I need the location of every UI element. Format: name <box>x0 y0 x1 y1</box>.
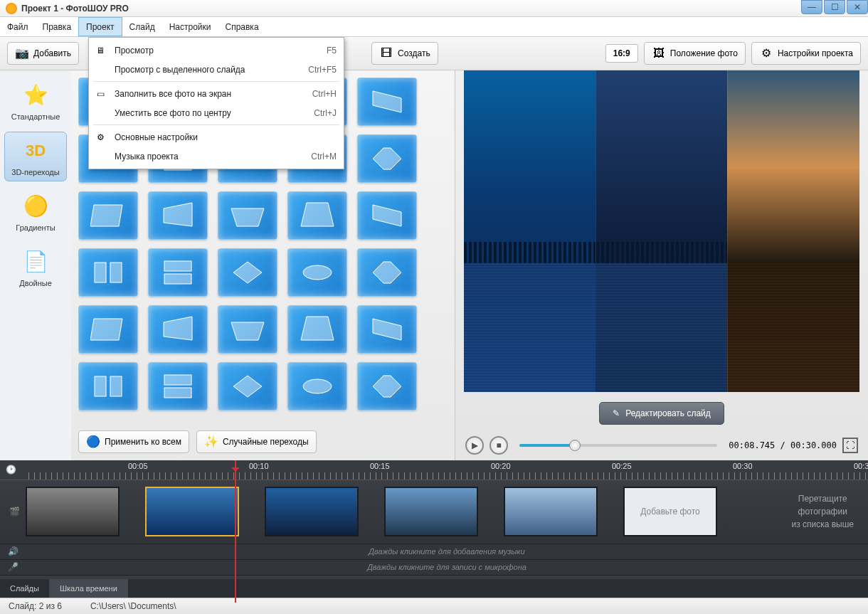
transition-badge[interactable]: ↻2.0 <box>118 498 120 528</box>
notes-icon: 📄 <box>21 248 50 276</box>
svg-marker-23 <box>373 262 401 283</box>
tab-timeline[interactable]: Шкала времени <box>50 579 128 597</box>
dd-main-settings[interactable]: ⚙ Основные настройки <box>89 127 344 147</box>
speaker-icon: 🔊 <box>0 546 26 556</box>
timeline-clip[interactable]: ↻2.0 <box>504 487 598 536</box>
fullscreen-button[interactable]: ⛶ <box>842 438 858 453</box>
create-button[interactable]: 🎞 Создать <box>371 42 438 65</box>
category-column: ⭐ Стандартные 3D 3D-переходы 🟡 Градиенты… <box>0 70 71 460</box>
stop-button[interactable]: ■ <box>489 436 508 455</box>
transition-thumb[interactable] <box>357 134 417 183</box>
tab-slides[interactable]: Слайды <box>0 579 50 597</box>
transition-thumb[interactable] <box>78 191 138 240</box>
preview-image-3 <box>727 70 859 392</box>
transition-badge[interactable]: ↻2.0 <box>477 498 478 528</box>
dd-fill-photo[interactable]: ▭ Заполнить все фото на экран Ctrl+H <box>89 84 344 103</box>
edit-slide-button[interactable]: ✎ Редактировать слайд <box>599 402 724 425</box>
svg-marker-28 <box>373 319 401 340</box>
mic-track[interactable]: 🎤 Дважды кликните для записи с микрофона <box>0 560 868 576</box>
svg-marker-24 <box>90 319 122 340</box>
timeline-clip[interactable]: ↻2.0 <box>265 487 359 536</box>
transition-thumb[interactable] <box>357 248 417 297</box>
svg-rect-18 <box>110 263 122 282</box>
window-title: Проект 1 - ФотоШОУ PRO <box>21 4 129 14</box>
menu-help[interactable]: Справка <box>218 17 265 36</box>
transition-badge[interactable]: ↻2.0 <box>596 498 598 528</box>
menu-slide[interactable]: Слайд <box>122 17 162 36</box>
ruler-label: 00:05 <box>128 462 148 470</box>
timeline-clip[interactable]: ↻2.0 <box>145 487 239 536</box>
transition-badge[interactable]: ↻2.0 <box>716 498 717 528</box>
svg-marker-25 <box>164 317 192 340</box>
svg-marker-12 <box>90 205 122 226</box>
transition-thumb[interactable] <box>357 191 417 240</box>
transition-thumb[interactable] <box>148 191 208 240</box>
random-transitions-button[interactable]: ✨ Случайные переходы <box>196 430 317 453</box>
transition-thumb[interactable] <box>218 362 277 411</box>
transition-thumb[interactable] <box>287 362 347 411</box>
transition-thumb[interactable] <box>287 191 347 240</box>
wand-icon: ✨ <box>204 435 218 449</box>
transition-thumb[interactable] <box>78 248 138 297</box>
progress-thumb[interactable] <box>569 440 581 451</box>
dd-project-music[interactable]: Музыка проекта Ctrl+M <box>89 147 344 166</box>
dd-separator <box>93 125 339 125</box>
photo-position-button[interactable]: 🖼 Положение фото <box>644 42 746 65</box>
music-track[interactable]: 🔊 Дважды кликните для добавления музыки <box>0 544 868 560</box>
video-track[interactable]: 🎬 ↻2.0↻2.0↻2.0↻2.0↻2.0Добавьте фото↻2.0 … <box>0 480 868 544</box>
timeline-clip[interactable]: ↻2.0 <box>384 487 478 536</box>
preview-image-2 <box>596 70 728 392</box>
time-ruler[interactable]: 🕑 00:0500:1000:1500:2000:2500:3000:35 <box>0 460 868 480</box>
apply-all-button[interactable]: 🔵 Применить ко всем <box>78 430 189 453</box>
transition-badge[interactable]: ↻2.0 <box>238 498 239 528</box>
ruler-label: 00:35 <box>854 462 868 470</box>
transition-thumb[interactable] <box>218 305 277 354</box>
transition-thumb[interactable] <box>357 305 417 354</box>
spheres-icon: 🟡 <box>21 192 50 221</box>
pencil-icon: ✎ <box>613 408 620 418</box>
timeline-clip[interactable]: ↻2.0 <box>26 487 120 536</box>
svg-marker-26 <box>231 322 264 340</box>
close-button[interactable]: ✕ <box>847 0 868 14</box>
aspect-ratio[interactable]: 16:9 <box>605 44 638 63</box>
transition-thumb[interactable] <box>78 305 138 354</box>
dd-preview[interactable]: 🖥 Просмотр F5 <box>89 41 344 60</box>
svg-marker-15 <box>301 203 334 226</box>
transition-thumb[interactable] <box>148 248 208 297</box>
gear-icon: ⚙ <box>93 132 107 143</box>
monitor-icon: 🖥 <box>93 45 107 56</box>
transition-thumb[interactable] <box>287 305 347 354</box>
transition-thumb[interactable] <box>218 191 277 240</box>
cat-gradients[interactable]: 🟡 Градиенты <box>4 187 67 237</box>
minimize-button[interactable]: — <box>801 0 822 14</box>
transition-thumb[interactable] <box>78 362 138 411</box>
player-controls: ▶ ■ 00:08.745 / 00:30.000 ⛶ <box>455 430 868 460</box>
transition-thumb[interactable] <box>357 362 417 411</box>
cat-standard[interactable]: ⭐ Стандартные <box>4 76 67 126</box>
transition-thumb[interactable] <box>357 78 417 126</box>
transition-thumb[interactable] <box>148 305 208 354</box>
svg-marker-33 <box>233 376 262 397</box>
transition-thumb[interactable] <box>218 248 277 297</box>
dd-fit-photo[interactable]: Уместить все фото по центру Ctrl+J <box>89 103 344 122</box>
svg-rect-19 <box>164 261 191 271</box>
menu-project[interactable]: Проект <box>78 17 122 36</box>
maximize-button[interactable]: ☐ <box>824 0 845 14</box>
cat-double[interactable]: 📄 Двойные <box>4 243 67 292</box>
transition-badge[interactable]: ↻2.0 <box>357 498 359 528</box>
menu-file[interactable]: Файл <box>0 17 36 36</box>
timeline-clip[interactable]: Добавьте фото↻2.0 <box>623 487 717 536</box>
menu-edit[interactable]: Правка <box>36 17 79 36</box>
play-button[interactable]: ▶ <box>465 436 484 455</box>
add-button[interactable]: 📷 Добавить <box>7 42 79 65</box>
cat-3d[interactable]: 3D 3D-переходы <box>4 132 67 181</box>
menu-settings[interactable]: Настройки <box>162 17 218 36</box>
clock-icon: 🕑 <box>6 465 17 476</box>
progress-slider[interactable] <box>519 444 717 447</box>
ruler-label: 00:25 <box>612 462 632 470</box>
transition-thumb[interactable] <box>148 362 208 411</box>
playhead[interactable] <box>235 460 236 603</box>
project-settings-button[interactable]: ⚙ Настройки проекта <box>751 42 861 65</box>
dd-preview-from-slide[interactable]: Просмотр с выделенного слайда Ctrl+F5 <box>89 60 344 79</box>
transition-thumb[interactable] <box>287 248 347 297</box>
